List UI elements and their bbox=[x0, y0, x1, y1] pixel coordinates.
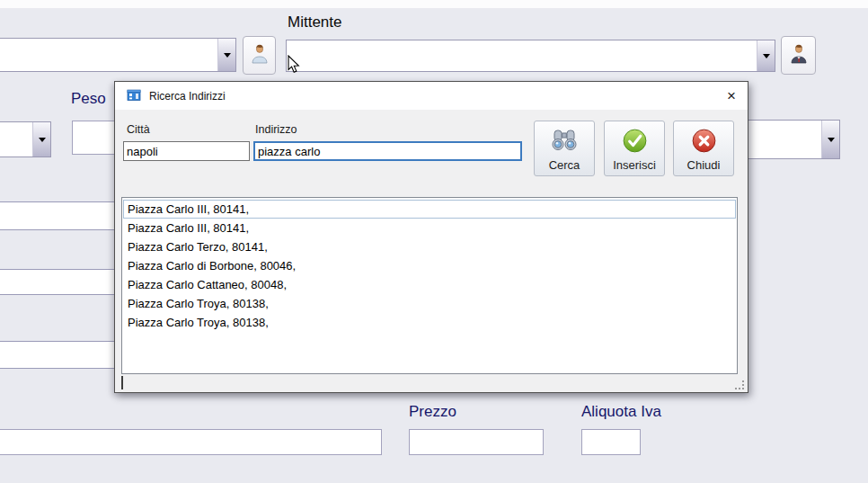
sender-contact-lookup-button[interactable] bbox=[781, 36, 816, 75]
chevron-down-icon[interactable] bbox=[757, 40, 775, 71]
binoculars-icon bbox=[551, 128, 578, 155]
address-results-list[interactable]: Piazza Carlo III, 80141,Piazza Carlo III… bbox=[121, 197, 738, 374]
list-item[interactable]: Piazza Carlo III, 80141, bbox=[123, 219, 736, 237]
top-left-combobox[interactable] bbox=[0, 38, 236, 72]
mittente-combobox[interactable] bbox=[286, 40, 775, 72]
cerca-button-label: Cerca bbox=[549, 158, 580, 172]
top-strip bbox=[0, 0, 868, 8]
chevron-down-icon[interactable] bbox=[821, 121, 839, 158]
dialog-titlebar[interactable]: Ricerca Indirizzi × bbox=[115, 82, 748, 110]
building-icon bbox=[127, 87, 141, 105]
inserisci-button[interactable]: Inserisci bbox=[604, 121, 665, 176]
citta-input[interactable] bbox=[123, 141, 250, 161]
green-check-icon bbox=[622, 128, 648, 157]
peso-label: Peso bbox=[71, 90, 106, 108]
app-window: Mittente Peso Prezzo Aliquota Iva bbox=[0, 0, 868, 483]
dialog-title: Ricerca Indirizzi bbox=[149, 90, 226, 103]
chevron-down-icon[interactable] bbox=[32, 122, 50, 157]
citta-label: Città bbox=[127, 123, 150, 136]
prezzo-field[interactable] bbox=[409, 429, 544, 455]
chevron-down-icon[interactable] bbox=[217, 39, 235, 71]
contact-lookup-button[interactable] bbox=[243, 36, 276, 75]
list-item[interactable]: Piazza Carlo Troya, 80138, bbox=[123, 313, 736, 332]
list-item[interactable]: Piazza Carlo Terzo, 80141, bbox=[123, 237, 736, 256]
aliquota-iva-field[interactable] bbox=[581, 429, 641, 455]
person-suit-icon bbox=[789, 43, 809, 67]
peso-combobox[interactable] bbox=[0, 121, 51, 157]
list-item[interactable]: Piazza Carlo Cattaneo, 80048, bbox=[123, 275, 736, 294]
resize-grip-icon[interactable] bbox=[734, 380, 744, 389]
prezzo-label: Prezzo bbox=[409, 403, 456, 421]
list-item[interactable]: Piazza Carlo III, 80141, bbox=[123, 200, 736, 219]
indirizzo-label: Indirizzo bbox=[255, 123, 297, 136]
close-icon[interactable]: × bbox=[727, 88, 736, 103]
cerca-button[interactable]: Cerca bbox=[534, 121, 595, 176]
ricerca-indirizzi-dialog: Ricerca Indirizzi × Città Indirizzo bbox=[114, 81, 748, 393]
inserisci-button-label: Inserisci bbox=[613, 158, 656, 172]
chiudi-button-label: Chiudi bbox=[687, 158, 721, 172]
person-icon bbox=[250, 43, 270, 67]
text-caret bbox=[121, 376, 123, 389]
aliquota-iva-label: Aliquota Iva bbox=[581, 403, 661, 421]
description-field[interactable] bbox=[0, 429, 382, 455]
chiudi-button[interactable]: Chiudi bbox=[673, 121, 734, 176]
indirizzo-input[interactable] bbox=[253, 141, 522, 161]
mittente-label: Mittente bbox=[288, 13, 341, 31]
list-item[interactable]: Piazza Carlo di Borbone, 80046, bbox=[123, 256, 736, 275]
red-x-icon bbox=[691, 128, 717, 157]
list-item[interactable]: Piazza Carlo Troya, 80138, bbox=[123, 294, 736, 313]
